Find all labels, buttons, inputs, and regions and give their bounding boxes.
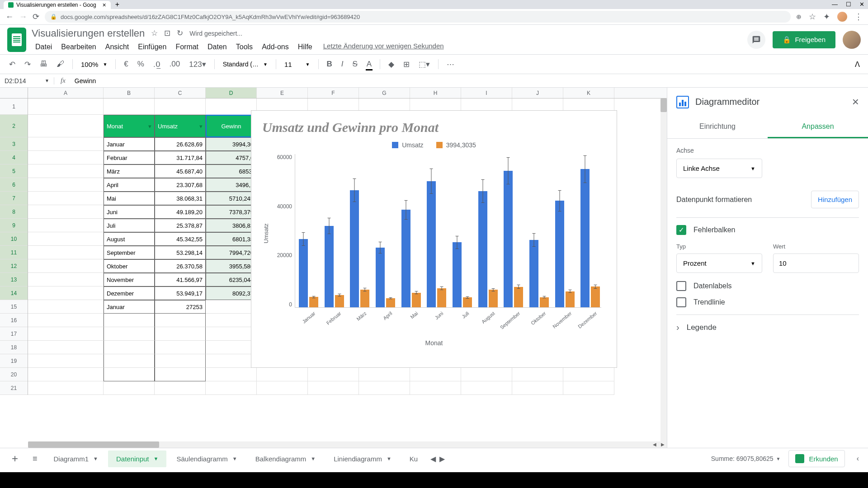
cell-B4[interactable]: Februar <box>104 151 155 164</box>
print-icon[interactable]: 🖶 <box>36 57 51 71</box>
cell-J21[interactable] <box>512 381 563 395</box>
row-header-6[interactable]: 6 <box>0 178 28 192</box>
panel-close-icon[interactable]: × <box>852 95 859 109</box>
undo-icon[interactable]: ↶ <box>5 57 19 72</box>
cell-E21[interactable] <box>257 381 308 395</box>
cell-B12[interactable]: Oktober <box>104 259 155 273</box>
tab-einrichtung[interactable]: Einrichtung <box>667 116 768 138</box>
col-header-I[interactable]: I <box>461 88 512 98</box>
sheet-nav-left-icon[interactable]: ◀ <box>430 455 436 463</box>
paint-format-icon[interactable]: 🖌 <box>53 57 68 71</box>
maximize-icon[interactable]: ☐ <box>846 1 851 8</box>
row-header-7[interactable]: 7 <box>0 192 28 205</box>
cell-A11[interactable] <box>28 246 104 259</box>
chart[interactable]: Umsatz und Gewinn pro Monat Umsatz 3994,… <box>251 110 617 368</box>
row-header-21[interactable]: 21 <box>0 381 28 395</box>
row-header-11[interactable]: 11 <box>0 246 28 259</box>
cell-A6[interactable] <box>28 178 104 192</box>
cell-A9[interactable] <box>28 219 104 232</box>
cell-C1[interactable] <box>155 99 206 115</box>
cell-B11[interactable]: September <box>104 246 155 259</box>
select-all-corner[interactable] <box>0 88 28 98</box>
col-header-J[interactable]: J <box>512 88 563 98</box>
row-header-16[interactable]: 16 <box>0 314 28 327</box>
cell-D4[interactable]: 4757,6 <box>206 151 257 164</box>
cell-B15[interactable]: Januar <box>104 300 155 314</box>
cell-B18[interactable] <box>104 341 155 354</box>
row-header-15[interactable]: 15 <box>0 300 28 314</box>
col-header-E[interactable]: E <box>257 88 308 98</box>
sum-display[interactable]: Summe: 69075,80625▼ <box>711 455 781 462</box>
sheet-tab-diagramm1[interactable]: Diagramm1▼ <box>46 450 106 467</box>
currency-icon[interactable]: € <box>120 57 132 71</box>
tab-anpassen[interactable]: Anpassen <box>768 116 868 138</box>
zoom-icon[interactable]: ⊕ <box>796 13 802 20</box>
user-avatar[interactable] <box>843 31 861 49</box>
font-select[interactable]: Standard (…▼ <box>219 59 271 70</box>
menu-tools[interactable]: Tools <box>232 42 256 52</box>
cell-B10[interactable]: August <box>104 232 155 246</box>
trendlinie-checkbox[interactable] <box>676 297 686 307</box>
reload-icon[interactable]: ⟳ <box>33 12 39 22</box>
cell-C14[interactable]: 53.949,17 <box>155 286 206 300</box>
last-edit-link[interactable]: Letzte Änderung vor wenigen Sekunden <box>323 42 444 52</box>
strikethrough-icon[interactable]: S <box>349 57 361 71</box>
menu-addons[interactable]: Add-ons <box>258 42 292 52</box>
horizontal-scrollbar[interactable] <box>28 441 660 448</box>
menu-format[interactable]: Format <box>172 42 202 52</box>
sheets-logo[interactable] <box>7 28 26 52</box>
cell-B8[interactable]: Juni <box>104 205 155 219</box>
cell-A10[interactable] <box>28 232 104 246</box>
cell-A7[interactable] <box>28 192 104 205</box>
menu-daten[interactable]: Daten <box>204 42 231 52</box>
cell-B17[interactable] <box>104 327 155 341</box>
collapse-toolbar-icon[interactable]: ᐱ <box>852 57 863 71</box>
cell-B5[interactable]: März <box>104 164 155 178</box>
cell-B9[interactable]: Juli <box>104 219 155 232</box>
cell-C19[interactable] <box>155 354 206 368</box>
cell-C4[interactable]: 31.717,84 <box>155 151 206 164</box>
increase-decimal-icon[interactable]: .00 <box>166 57 184 71</box>
cell-C21[interactable] <box>155 381 206 395</box>
cell-D3[interactable]: 3994,30 <box>206 137 257 151</box>
star-icon[interactable]: ☆ <box>809 12 816 22</box>
wert-input[interactable] <box>773 253 859 273</box>
cell-A18[interactable] <box>28 341 104 354</box>
row-header-8[interactable]: 8 <box>0 205 28 219</box>
cell-B6[interactable]: April <box>104 178 155 192</box>
cell-A15[interactable] <box>28 300 104 314</box>
bold-icon[interactable]: B <box>323 57 336 71</box>
explore-button[interactable]: Erkunden <box>788 450 844 467</box>
cell-A2[interactable] <box>28 115 104 137</box>
cell-D9[interactable]: 3806,83 <box>206 219 257 232</box>
cell-C6[interactable]: 23.307,68 <box>155 178 206 192</box>
cell-D21[interactable] <box>206 381 257 395</box>
cell-D6[interactable]: 3496,1 <box>206 178 257 192</box>
cell-K21[interactable] <box>563 381 614 395</box>
menu-datei[interactable]: Datei <box>32 42 56 52</box>
cell-C5[interactable]: 45.687,40 <box>155 164 206 178</box>
row-header-13[interactable]: 13 <box>0 273 28 286</box>
cell-A17[interactable] <box>28 327 104 341</box>
vertical-scrollbar[interactable] <box>660 99 667 448</box>
sheet-tab-balken[interactable]: Balkendiagramm▼ <box>247 450 324 467</box>
cell-A3[interactable] <box>28 137 104 151</box>
cell-C2[interactable]: Umsatz▾ <box>155 115 206 137</box>
new-tab-button[interactable]: + <box>115 0 119 9</box>
sheet-tab-dateninput[interactable]: Dateninput▼ <box>108 450 166 467</box>
col-header-G[interactable]: G <box>359 88 410 98</box>
menu-einfuegen[interactable]: Einfügen <box>134 42 170 52</box>
cell-D15[interactable] <box>206 300 257 314</box>
cell-C18[interactable] <box>155 341 206 354</box>
scroll-right-icon[interactable]: ▶ <box>659 441 667 448</box>
cell-C7[interactable]: 38.068,31 <box>155 192 206 205</box>
sheet-nav-right-icon[interactable]: ▶ <box>439 455 445 463</box>
fehlerbalken-checkbox[interactable]: ✓ <box>676 225 686 235</box>
cell-B20[interactable] <box>104 368 155 381</box>
row-header-1[interactable]: 1 <box>0 99 28 115</box>
cell-I20[interactable] <box>461 368 512 381</box>
add-button[interactable]: Hinzufügen <box>811 191 859 208</box>
sheet-tab-saulen[interactable]: Säulendiagramm▼ <box>168 450 245 467</box>
close-window-icon[interactable]: ✕ <box>859 1 864 8</box>
italic-icon[interactable]: I <box>338 57 347 71</box>
